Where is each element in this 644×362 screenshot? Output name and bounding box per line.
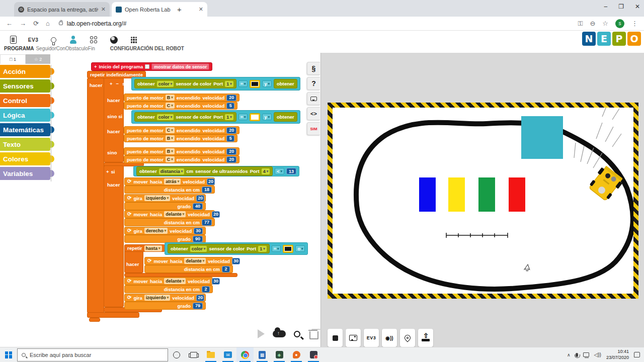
block-row[interactable]: ⟳giraizquierdovelocidad20 — [124, 194, 206, 202]
close-tab-icon[interactable]: ✕ — [101, 6, 106, 13]
app-button-2[interactable]: ● — [288, 347, 305, 362]
block-row[interactable]: ⟳moverhaciadelantevelocidad20 — [124, 210, 215, 218]
block-row[interactable]: puerto de motorCencendidovelocidad5 — [124, 102, 237, 110]
help-tab[interactable]: ? — [307, 77, 320, 90]
start-button[interactable] — [5, 351, 12, 358]
palette-tab-1[interactable]: □ 1 — [0, 54, 26, 64]
block-row[interactable]: puerto de motorBencendidovelocidad20 — [124, 147, 239, 155]
block-dropdown[interactable]: color — [157, 114, 174, 120]
sim-sensors-button[interactable]: ◉)) — [382, 329, 397, 347]
upload-program-icon[interactable] — [273, 330, 286, 337]
block-row[interactable]: hacer — [107, 180, 120, 189]
value-field[interactable]: 13 — [286, 168, 296, 174]
block-row[interactable]: ⟳giraderechovelocidad30 — [124, 227, 206, 235]
block-row[interactable]: obtenercolorsensor de colorPort1=yobtene… — [131, 110, 300, 124]
block-dropdown[interactable]: delante — [184, 258, 206, 264]
block-row[interactable]: puerto de motorCencendidovelocidad20 — [124, 155, 239, 163]
block-row[interactable]: hacer — [90, 81, 102, 89]
block-dropdown[interactable]: delante — [164, 278, 186, 284]
language-globe-icon[interactable] — [108, 34, 120, 46]
gallery-grid-icon[interactable] — [88, 34, 100, 46]
repeat-block-footer[interactable] — [87, 312, 139, 318]
value-field[interactable]: 20 — [226, 95, 236, 101]
value-field[interactable]: 20 — [226, 148, 236, 155]
browser-tab-roberta[interactable]: Open Roberta Lab ✕ — [112, 2, 207, 17]
color-bar[interactable] — [509, 177, 525, 212]
apps-grid-icon[interactable] — [128, 34, 140, 46]
block-row[interactable]: distancia en cm2 — [144, 265, 233, 273]
simulation-field[interactable] — [333, 108, 633, 294]
block-dropdown[interactable]: C — [166, 103, 175, 109]
file-explorer-button[interactable] — [202, 347, 219, 362]
block-dropdown[interactable]: delante — [164, 211, 186, 217]
color-bar[interactable] — [419, 177, 436, 212]
network-icon[interactable] — [583, 352, 589, 357]
block-row[interactable]: sino — [107, 148, 117, 156]
obstacle-box[interactable] — [521, 116, 563, 159]
block-row[interactable]: ⟳moverhaciaatrásvelocidad20 — [124, 177, 215, 186]
value-field[interactable]: 30 — [194, 228, 203, 234]
block-row[interactable]: obtenercolorsensor de colorPort1=o — [165, 242, 308, 255]
cortana-button[interactable] — [168, 347, 185, 362]
taskbar-clock[interactable]: 10:41 23/07/2020 — [606, 349, 629, 360]
color-bar[interactable] — [448, 177, 465, 212]
block-row[interactable]: puerto de motorBencendidovelocidad5 — [124, 134, 237, 142]
palette-category-texto[interactable]: Texto — [0, 138, 50, 151]
operator-dropdown[interactable]: = — [238, 80, 248, 87]
robot-ev3-button[interactable]: EV3 — [27, 34, 39, 46]
value-field[interactable]: 90 — [193, 236, 203, 242]
value-field[interactable]: 20 — [207, 178, 215, 185]
value-field[interactable]: 5 — [226, 103, 234, 109]
value-field[interactable]: 20 — [196, 295, 204, 301]
block-row[interactable]: obtenerdistanciacmsensor de ultrasonidos… — [133, 166, 299, 176]
reload-icon[interactable]: ⟳ — [33, 20, 39, 27]
block-dropdown[interactable]: color — [190, 246, 207, 252]
value-field[interactable]: 20 — [212, 211, 220, 218]
palette-category-matemáticas[interactable]: Matemáticas — [0, 123, 50, 136]
color-swatch[interactable] — [250, 80, 260, 88]
repeat-block-nub[interactable] — [89, 318, 100, 322]
calculator-button[interactable]: ▦ — [254, 347, 271, 362]
minimize-button[interactable]: – — [604, 3, 607, 10]
sensor-getter-block[interactable]: obtener — [274, 112, 297, 122]
block-dropdown[interactable]: B — [166, 135, 175, 141]
block-dropdown[interactable]: izquierdo — [144, 295, 171, 301]
block-dropdown[interactable]: B — [166, 95, 175, 101]
taskbar-search-input[interactable]: Escribe aquí para buscar — [17, 348, 168, 361]
report-icon[interactable] — [7, 34, 19, 46]
program-canvas[interactable]: +Inicio del programamostrar datos de sen… — [87, 53, 320, 334]
block-dropdown[interactable]: C — [166, 127, 175, 133]
value-field[interactable]: 18 — [202, 187, 212, 193]
bulb-icon[interactable] — [47, 34, 59, 46]
sensor-getter-block[interactable]: obtenercolorsensor de colorPort1 — [134, 112, 236, 122]
address-bar[interactable]: lab.open-roberta.org/# — [57, 20, 571, 27]
block-row[interactable]: grado90 — [124, 235, 206, 243]
block-row[interactable]: hacer — [126, 260, 139, 268]
chrome-button[interactable] — [236, 347, 254, 362]
value-field[interactable]: 79 — [193, 303, 203, 309]
trash-icon[interactable] — [308, 329, 317, 338]
block-dropdown[interactable]: 4 — [262, 168, 270, 174]
block-dropdown[interactable]: B — [166, 148, 175, 154]
palette-category-colores[interactable]: Colores — [0, 152, 50, 165]
value-field[interactable]: 30 — [232, 258, 240, 264]
operator-dropdown[interactable]: o — [295, 245, 305, 252]
block-row[interactable]: distancia en cm18 — [124, 186, 215, 194]
block-row[interactable]: +−si — [107, 79, 129, 87]
comment-tab[interactable] — [307, 92, 320, 105]
value-field[interactable]: 2 — [222, 266, 230, 273]
block-row[interactable]: distancia en cm77 — [124, 218, 215, 226]
block-row[interactable]: puerto de motorBencendidovelocidad20 — [124, 94, 239, 102]
sim-scene-button[interactable] — [346, 329, 361, 347]
repeat-block-spine[interactable] — [87, 78, 104, 313]
block-row[interactable]: puerto de motorCencendidovelocidad20 — [124, 126, 239, 134]
bookmark-star-icon[interactable]: ☆ — [602, 20, 608, 27]
back-icon[interactable]: ← — [6, 20, 13, 27]
close-button[interactable]: ✕ — [635, 3, 640, 10]
home-icon[interactable]: ⌂ — [46, 20, 50, 27]
sensor-getter-block[interactable]: obtenerdistanciacmsensor de ultrasonidos… — [136, 166, 273, 176]
block-row[interactable]: distancia en cm2 — [124, 285, 213, 293]
color-bar[interactable] — [478, 177, 495, 212]
block-row[interactable]: ⟳giraizquierdovelocidad20 — [124, 294, 206, 302]
user-icon[interactable] — [67, 34, 79, 46]
